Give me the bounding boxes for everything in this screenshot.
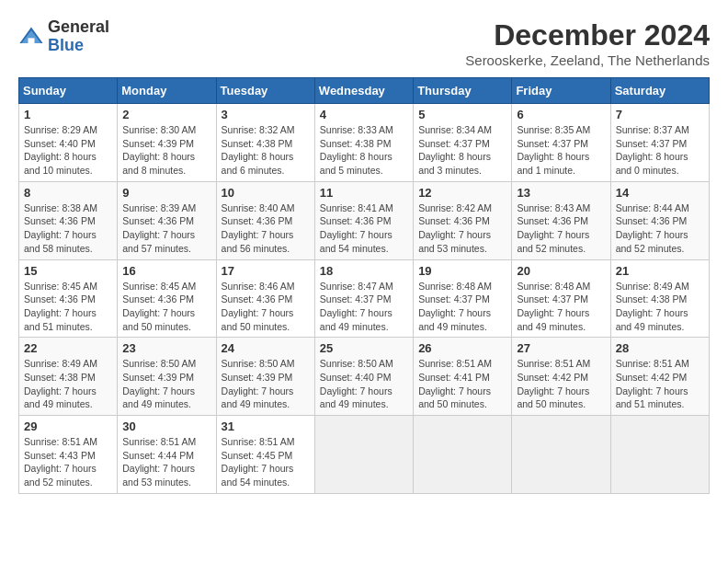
column-header-wednesday: Wednesday — [314, 78, 413, 104]
day-info: Sunrise: 8:32 AMSunset: 4:38 PMDaylight:… — [222, 123, 310, 178]
day-info: Sunrise: 8:34 AMSunset: 4:37 PMDaylight:… — [418, 123, 506, 178]
calendar-cell: 13Sunrise: 8:43 AMSunset: 4:36 PMDayligh… — [512, 181, 610, 259]
day-info: Sunrise: 8:51 AMSunset: 4:44 PMDaylight:… — [122, 435, 210, 489]
day-number: 6 — [517, 108, 605, 121]
column-header-friday: Friday — [512, 78, 610, 104]
calendar-cell: 1Sunrise: 8:29 AMSunset: 4:40 PMDaylight… — [19, 104, 118, 182]
day-info: Sunrise: 8:29 AMSunset: 4:40 PMDaylight:… — [24, 123, 112, 178]
column-header-saturday: Saturday — [610, 78, 709, 104]
calendar-cell: 25Sunrise: 8:50 AMSunset: 4:40 PMDayligh… — [314, 338, 413, 416]
calendar-cell: 31Sunrise: 8:51 AMSunset: 4:45 PMDayligh… — [216, 416, 314, 494]
location: Serooskerke, Zeeland, The Netherlands — [465, 52, 710, 68]
day-number: 27 — [517, 341, 605, 355]
day-number: 26 — [418, 341, 506, 355]
day-number: 8 — [24, 186, 112, 200]
day-info: Sunrise: 8:50 AMSunset: 4:40 PMDaylight:… — [320, 357, 408, 411]
day-info: Sunrise: 8:37 AMSunset: 4:37 PMDaylight:… — [616, 123, 704, 178]
day-info: Sunrise: 8:45 AMSunset: 4:36 PMDaylight:… — [24, 280, 112, 334]
day-number: 2 — [122, 108, 210, 121]
calendar-cell: 18Sunrise: 8:47 AMSunset: 4:37 PMDayligh… — [314, 259, 413, 338]
day-info: Sunrise: 8:50 AMSunset: 4:39 PMDaylight:… — [122, 357, 210, 411]
day-number: 23 — [122, 341, 210, 355]
calendar-cell: 29Sunrise: 8:51 AMSunset: 4:43 PMDayligh… — [19, 416, 118, 494]
day-number: 22 — [24, 341, 112, 355]
day-number: 14 — [616, 186, 704, 200]
calendar-cell: 10Sunrise: 8:40 AMSunset: 4:36 PMDayligh… — [216, 181, 314, 259]
calendar-cell: 22Sunrise: 8:49 AMSunset: 4:38 PMDayligh… — [19, 338, 118, 416]
day-info: Sunrise: 8:40 AMSunset: 4:36 PMDaylight:… — [222, 201, 310, 256]
calendar-cell — [414, 416, 512, 494]
day-number: 24 — [222, 341, 310, 355]
day-info: Sunrise: 8:50 AMSunset: 4:39 PMDaylight:… — [222, 357, 310, 411]
column-header-monday: Monday — [118, 78, 216, 104]
day-info: Sunrise: 8:49 AMSunset: 4:38 PMDaylight:… — [616, 280, 704, 334]
title-area: December 2024 Serooskerke, Zeeland, The … — [465, 18, 710, 68]
logo-icon — [18, 24, 44, 50]
calendar-cell: 20Sunrise: 8:48 AMSunset: 4:37 PMDayligh… — [512, 259, 610, 338]
day-number: 9 — [122, 186, 210, 200]
calendar-cell: 6Sunrise: 8:35 AMSunset: 4:37 PMDaylight… — [512, 104, 610, 182]
day-number: 1 — [24, 108, 112, 121]
day-number: 4 — [320, 108, 408, 121]
day-number: 17 — [222, 264, 310, 278]
calendar-cell: 7Sunrise: 8:37 AMSunset: 4:37 PMDaylight… — [610, 104, 709, 182]
calendar-cell: 11Sunrise: 8:41 AMSunset: 4:36 PMDayligh… — [314, 181, 413, 259]
day-number: 15 — [24, 264, 112, 278]
calendar-cell: 17Sunrise: 8:46 AMSunset: 4:36 PMDayligh… — [216, 259, 314, 338]
day-info: Sunrise: 8:43 AMSunset: 4:36 PMDaylight:… — [517, 201, 605, 256]
day-number: 20 — [517, 264, 605, 278]
day-number: 19 — [418, 264, 506, 278]
calendar-cell: 19Sunrise: 8:48 AMSunset: 4:37 PMDayligh… — [414, 259, 512, 338]
calendar-cell: 26Sunrise: 8:51 AMSunset: 4:41 PMDayligh… — [414, 338, 512, 416]
column-header-tuesday: Tuesday — [216, 78, 314, 104]
day-info: Sunrise: 8:48 AMSunset: 4:37 PMDaylight:… — [418, 280, 506, 334]
column-header-thursday: Thursday — [414, 78, 512, 104]
day-number: 5 — [418, 108, 506, 121]
calendar-table: SundayMondayTuesdayWednesdayThursdayFrid… — [18, 77, 710, 494]
calendar-cell: 14Sunrise: 8:44 AMSunset: 4:36 PMDayligh… — [610, 181, 709, 259]
day-info: Sunrise: 8:46 AMSunset: 4:36 PMDaylight:… — [222, 280, 310, 334]
day-number: 16 — [122, 264, 210, 278]
calendar-cell — [314, 416, 413, 494]
calendar-cell: 15Sunrise: 8:45 AMSunset: 4:36 PMDayligh… — [19, 259, 118, 338]
day-info: Sunrise: 8:38 AMSunset: 4:36 PMDaylight:… — [24, 201, 112, 256]
day-number: 31 — [222, 419, 310, 433]
day-info: Sunrise: 8:49 AMSunset: 4:38 PMDaylight:… — [24, 357, 112, 411]
day-info: Sunrise: 8:51 AMSunset: 4:42 PMDaylight:… — [616, 357, 704, 411]
calendar-cell: 24Sunrise: 8:50 AMSunset: 4:39 PMDayligh… — [216, 338, 314, 416]
day-info: Sunrise: 8:51 AMSunset: 4:45 PMDaylight:… — [222, 435, 310, 489]
day-info: Sunrise: 8:51 AMSunset: 4:43 PMDaylight:… — [24, 435, 112, 489]
day-info: Sunrise: 8:42 AMSunset: 4:36 PMDaylight:… — [418, 201, 506, 256]
day-number: 10 — [222, 186, 310, 200]
logo: General Blue — [18, 18, 109, 55]
day-number: 25 — [320, 341, 408, 355]
day-info: Sunrise: 8:48 AMSunset: 4:37 PMDaylight:… — [517, 280, 605, 334]
calendar-cell: 9Sunrise: 8:39 AMSunset: 4:36 PMDaylight… — [118, 181, 216, 259]
page-header: General Blue December 2024 Serooskerke, … — [18, 18, 710, 68]
calendar-cell: 16Sunrise: 8:45 AMSunset: 4:36 PMDayligh… — [118, 259, 216, 338]
calendar-cell: 30Sunrise: 8:51 AMSunset: 4:44 PMDayligh… — [118, 416, 216, 494]
day-info: Sunrise: 8:51 AMSunset: 4:41 PMDaylight:… — [418, 357, 506, 411]
day-info: Sunrise: 8:33 AMSunset: 4:38 PMDaylight:… — [320, 123, 408, 178]
calendar-cell: 21Sunrise: 8:49 AMSunset: 4:38 PMDayligh… — [610, 259, 709, 338]
day-info: Sunrise: 8:45 AMSunset: 4:36 PMDaylight:… — [122, 280, 210, 334]
calendar-cell: 5Sunrise: 8:34 AMSunset: 4:37 PMDaylight… — [414, 104, 512, 182]
day-info: Sunrise: 8:41 AMSunset: 4:36 PMDaylight:… — [320, 201, 408, 256]
day-info: Sunrise: 8:51 AMSunset: 4:42 PMDaylight:… — [517, 357, 605, 411]
day-number: 3 — [222, 108, 310, 121]
day-number: 7 — [616, 108, 704, 121]
column-header-sunday: Sunday — [19, 78, 118, 104]
day-info: Sunrise: 8:30 AMSunset: 4:39 PMDaylight:… — [122, 123, 210, 178]
calendar-cell: 8Sunrise: 8:38 AMSunset: 4:36 PMDaylight… — [19, 181, 118, 259]
day-number: 21 — [616, 264, 704, 278]
calendar-cell — [512, 416, 610, 494]
day-number: 29 — [24, 419, 112, 433]
calendar-cell: 3Sunrise: 8:32 AMSunset: 4:38 PMDaylight… — [216, 104, 314, 182]
day-number: 30 — [122, 419, 210, 433]
day-info: Sunrise: 8:47 AMSunset: 4:37 PMDaylight:… — [320, 280, 408, 334]
calendar-cell: 4Sunrise: 8:33 AMSunset: 4:38 PMDaylight… — [314, 104, 413, 182]
day-number: 28 — [616, 341, 704, 355]
calendar-cell — [610, 416, 709, 494]
day-number: 12 — [418, 186, 506, 200]
calendar-cell: 2Sunrise: 8:30 AMSunset: 4:39 PMDaylight… — [118, 104, 216, 182]
